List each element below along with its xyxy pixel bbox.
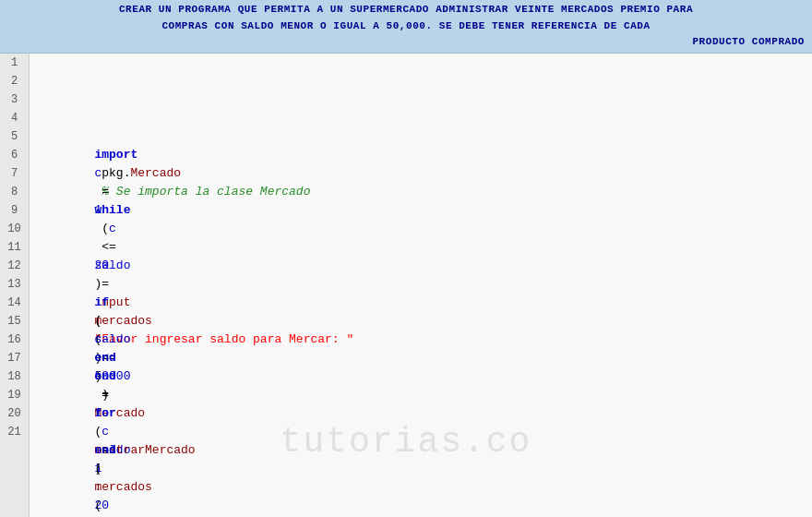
code-line-3 (37, 90, 805, 109)
ln-19: 19 (0, 386, 29, 404)
ln-21: 21 (0, 423, 29, 441)
code-lines: import pkg.Mercado % Se importa la clase… (30, 54, 812, 517)
ln-13: 13 (0, 275, 29, 294)
comment-line5: % Se importa la clase Mercado (94, 185, 310, 198)
code-line-1 (37, 54, 805, 72)
keyword-end-if: end (94, 351, 115, 365)
header-line3: PRODUCTO COMPRADO (4, 34, 808, 51)
code-line-13: mercados ( c ) = Mercado ( saldo ) (37, 275, 805, 294)
ln-14: 14 (0, 294, 29, 312)
keyword-import: import (94, 148, 137, 162)
ln-18: 18 (0, 367, 29, 386)
ln-17: 17 (0, 349, 29, 367)
indent-20 (94, 425, 123, 439)
code-line-4 (37, 109, 805, 127)
ln-16: 16 (0, 331, 29, 349)
header-comment: CREAR UN PROGRAMA QUE PERMITA A UN SUPER… (0, 0, 812, 54)
ln-3: 3 (0, 90, 29, 109)
keyword-end-for: end (94, 443, 115, 457)
ln-15: 15 (0, 312, 29, 331)
line-numbers: 1 2 3 4 5 6 7 8 9 10 11 12 13 14 15 16 1… (0, 54, 30, 517)
code-line-18 (37, 367, 805, 386)
str-prompt: "Favor ingresar saldo para Mercar: " (94, 332, 353, 346)
ln-11: 11 (0, 238, 29, 257)
code-line-11 (37, 238, 805, 257)
header-line2: COMPRAS CON SALDO MENOR O IGUAL A 50,000… (4, 18, 808, 35)
code-line-21: end (37, 423, 805, 441)
op-assign-1: = (94, 185, 115, 198)
code-line-20: mostrarMercado ( mercados ( c ) ) (37, 404, 805, 423)
indent-14 (94, 314, 151, 328)
code-line-10: saldo = input ( "Favor ingresar saldo pa… (37, 220, 805, 238)
header-line1: CREAR UN PROGRAMA QUE PERMITA A UN SUPER… (4, 2, 808, 18)
ln-8: 8 (0, 183, 29, 201)
ln-1: 1 (0, 54, 29, 72)
indent-12 (94, 277, 123, 291)
import-module: Mercado (130, 166, 181, 180)
code-line-6: c = 1 (37, 146, 805, 164)
var-c-while: c (109, 222, 116, 235)
ln-12: 12 (0, 257, 29, 275)
keyword-end-while: end (94, 369, 115, 383)
mercados-for-open: ( (94, 499, 102, 512)
ln-5: 5 (0, 127, 29, 146)
var-c: c (94, 166, 102, 180)
fn-mercados-for: mercados (94, 480, 151, 494)
ln-4: 4 (0, 109, 29, 127)
keyword-while: while (94, 203, 130, 217)
ln-7: 7 (0, 164, 29, 183)
op-plus: + (94, 388, 115, 402)
ln-2: 2 (0, 72, 29, 90)
indent-13 (94, 295, 151, 309)
while-paren-open: ( (94, 222, 109, 235)
code-container: CREAR UN PROGRAMA QUE PERMITA A UN SUPER… (0, 0, 812, 517)
ln-9: 9 (0, 201, 29, 220)
code-line-17: end (37, 349, 805, 367)
ln-6: 6 (0, 146, 29, 164)
var-saldo: saldo (94, 258, 130, 272)
ln-20: 20 (0, 404, 29, 423)
code-line-12: if ( saldo <= 50000 ) (37, 257, 805, 275)
code-line-19: for c = 1 : 20 (37, 386, 805, 404)
ln-10: 10 (0, 220, 29, 238)
code-line-2 (37, 72, 805, 90)
keyword-for: for (94, 406, 115, 420)
code-line-9 (37, 201, 805, 220)
indent-10 (94, 240, 123, 254)
code-area: 1 2 3 4 5 6 7 8 9 10 11 12 13 14 15 16 1… (0, 54, 812, 517)
indent-15 (94, 332, 123, 346)
code-line-5: import pkg.Mercado % Se importa la clase… (37, 127, 805, 146)
mostrar-paren-open: ( (94, 462, 109, 475)
